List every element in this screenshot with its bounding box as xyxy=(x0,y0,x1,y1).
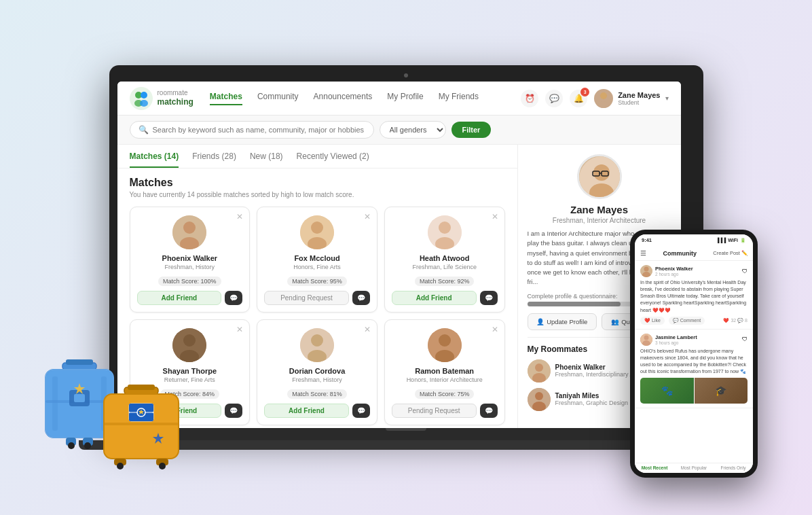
svg-point-49 xyxy=(311,334,323,347)
luggage-yellow xyxy=(100,382,182,473)
user-avatar xyxy=(594,89,613,108)
card-name-1: Fox Mccloud xyxy=(264,254,370,262)
card-avatar-5 xyxy=(428,328,462,362)
card-close-4[interactable]: ✕ xyxy=(364,325,371,334)
comment-btn-0[interactable]: 💬 Comment xyxy=(669,317,705,325)
gender-select[interactable]: All genders Male Female xyxy=(380,121,446,139)
nav-matches[interactable]: Matches xyxy=(210,92,242,105)
svg-rect-1 xyxy=(66,359,93,365)
roommate-avatar-0 xyxy=(528,359,551,383)
card-avatar-0 xyxy=(172,215,206,249)
card-close-5[interactable]: ✕ xyxy=(492,325,498,334)
create-post-btn[interactable]: Create Post ✏️ xyxy=(713,250,748,256)
phone-tab-recent[interactable]: Most Recent xyxy=(635,465,674,470)
phone-tab-friends[interactable]: Friends Only xyxy=(714,465,753,470)
msg-btn-0[interactable]: 💬 xyxy=(225,291,242,305)
phone-navbar: ☰ Community Create Post ✏️ xyxy=(635,246,753,261)
card-name-3: Shayan Thorpe xyxy=(137,367,243,375)
card-close-2[interactable]: ✕ xyxy=(492,212,498,221)
card-sub-5: Honors, Interior Architecture xyxy=(392,376,498,383)
card-close-0[interactable]: ✕ xyxy=(236,212,243,221)
progress-fill xyxy=(528,302,621,306)
navbar: roommate matching Matches Community Anno… xyxy=(117,82,681,116)
svg-point-43 xyxy=(439,221,451,234)
svg-point-70 xyxy=(644,335,649,340)
chevron-icon: ▾ xyxy=(665,94,669,102)
tab-friends[interactable]: Friends (28) xyxy=(192,152,236,168)
profile-name: Zane Mayes xyxy=(528,204,671,215)
add-friend-btn-0[interactable]: Add Friend xyxy=(137,291,222,305)
post-stats-0: ❤️ 32 💬 8 xyxy=(723,318,748,323)
match-card-1: ✕ Fox Mccloud Honors, Fine Arts Match Sc… xyxy=(257,207,377,313)
card-avatar-4 xyxy=(300,328,334,362)
match-card-2: ✕ Heath Atwood Freshman, Life Science Ma… xyxy=(384,207,505,313)
card-close-1[interactable]: ✕ xyxy=(364,212,371,221)
match-score-0: Match Score: 100% xyxy=(158,277,221,286)
roommate-name-1: Taniyah Miles xyxy=(555,392,629,399)
svg-point-46 xyxy=(183,334,196,347)
message-btn[interactable]: 💬 xyxy=(545,90,563,107)
user-role: Student xyxy=(618,99,660,106)
card-name-5: Ramon Bateman xyxy=(392,367,498,375)
profile-sub: Freshman, Interior Architecture xyxy=(528,217,671,224)
card-close-3[interactable]: ✕ xyxy=(236,325,243,334)
phone-post-text-0: In the spirit of Ohio University's Menta… xyxy=(640,279,748,314)
card-sub-0: Freshman, History xyxy=(137,264,243,270)
nav-community[interactable]: Community xyxy=(257,92,299,105)
person-icon: 👤 xyxy=(536,318,545,325)
msg-btn-1[interactable]: 💬 xyxy=(352,291,370,305)
svg-point-12 xyxy=(84,442,91,449)
filter-button[interactable]: Filter xyxy=(451,122,492,138)
card-actions-2: Add Friend 💬 xyxy=(392,291,498,305)
nav-announcements[interactable]: Announcements xyxy=(314,92,373,105)
add-friend-btn-2[interactable]: Add Friend xyxy=(392,291,477,305)
phone-post-1: Jasmine Lambert 3 hours ago 🛡 OHIO's bel… xyxy=(635,330,753,409)
card-actions-5: Pending Request 💬 xyxy=(392,404,498,418)
phone-frame: 9:41 ▐▐▐ WiFi 🔋 ☰ Community Create Post … xyxy=(630,230,758,478)
search-bar: 🔍 All genders Male Female Filter xyxy=(117,116,681,145)
phone-screen: 9:41 ▐▐▐ WiFi 🔋 ☰ Community Create Post … xyxy=(635,234,753,473)
phone-bottom-tabs: Most Recent Most Popular Friends Only xyxy=(635,463,753,473)
card-sub-2: Freshman, Life Science xyxy=(392,264,498,270)
matches-title: Matches xyxy=(130,177,505,189)
tab-matches[interactable]: Matches (14) xyxy=(130,152,179,168)
notification-btn[interactable]: 🔔 3 xyxy=(570,90,587,107)
roommate-avatar-1 xyxy=(528,388,551,411)
clock-btn[interactable]: ⏰ xyxy=(521,90,538,107)
update-profile-btn[interactable]: 👤 Update Profile xyxy=(528,313,597,330)
match-score-5: Match Score: 75% xyxy=(415,389,475,399)
phone-poster-avatar-1 xyxy=(640,334,652,346)
match-card-4: ✕ Dorian Cordova Freshman, History Match… xyxy=(257,319,377,425)
pending-btn-5[interactable]: Pending Request xyxy=(392,404,477,418)
match-score-1: Match Score: 95% xyxy=(287,277,347,286)
card-sub-4: Freshman, History xyxy=(264,376,370,383)
tab-recently-viewed[interactable]: Recently Viewed (2) xyxy=(297,152,369,168)
msg-btn-5[interactable]: 💬 xyxy=(480,404,498,418)
msg-btn-2[interactable]: 💬 xyxy=(480,291,498,305)
msg-btn-4[interactable]: 💬 xyxy=(352,404,370,418)
phone-post-0: Phoenix Walker 2 hours ago 🛡 In the spir… xyxy=(635,261,753,330)
search-input[interactable] xyxy=(153,126,365,134)
profile-avatar xyxy=(577,154,622,199)
user-area[interactable]: Zane Mayes Student ▾ xyxy=(594,89,668,108)
like-btn-0[interactable]: ❤️ Like xyxy=(640,317,665,325)
card-sub-1: Honors, Fine Arts xyxy=(264,264,370,270)
msg-btn-3[interactable]: 💬 xyxy=(225,404,242,418)
svg-point-26 xyxy=(117,463,124,469)
user-text: Zane Mayes Student xyxy=(618,91,660,106)
pending-btn-1[interactable]: Pending Request xyxy=(264,291,349,305)
add-friend-btn-4[interactable]: Add Friend xyxy=(264,404,349,418)
roommate-sub-1: Freshman, Graphic Design xyxy=(555,399,629,406)
nav-friends[interactable]: My Friends xyxy=(439,92,479,105)
phone-community-title: Community xyxy=(663,250,697,257)
roommate-info-0: Phoenix Walker Freshman, Interdisciplina… xyxy=(555,363,641,378)
matches-subtitle: You have currently 14 possible matches s… xyxy=(130,191,505,198)
svg-point-64 xyxy=(535,392,543,400)
shield-icon-1: 🛡 xyxy=(742,336,748,342)
nav-profile[interactable]: My Profile xyxy=(387,92,423,105)
phone-tab-popular[interactable]: Most Popular xyxy=(674,465,714,470)
tab-new[interactable]: New (18) xyxy=(250,152,283,168)
phone-image-preview: 🐾 🎓 xyxy=(640,378,748,404)
roommate-info-1: Taniyah Miles Freshman, Graphic Design xyxy=(555,392,629,406)
search-icon: 🔍 xyxy=(139,125,149,135)
